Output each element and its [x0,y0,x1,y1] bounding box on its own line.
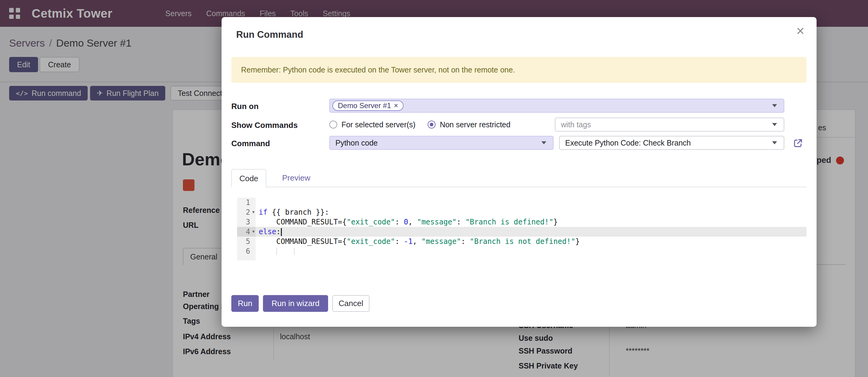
cancel-button[interactable]: Cancel [332,295,370,312]
server-tag[interactable]: Demo Server #1 × [332,100,404,111]
external-link-icon[interactable] [793,138,803,148]
radio-for-selected-servers[interactable] [329,121,337,128]
indent-guide [294,248,294,255]
command-value: Execute Python Code: Check Branch [565,139,691,147]
editor-gutter: 12▾34▾56 [237,198,256,260]
tabs-underline [231,187,807,187]
radio-non-server-restricted[interactable] [428,121,436,128]
code-line[interactable] [256,246,807,256]
command-label: Command [231,139,270,148]
command-select[interactable]: Execute Python Code: Check Branch [559,136,784,150]
server-tag-label: Demo Server #1 [338,102,391,110]
code-token: "exit_code" [347,218,395,226]
chevron-down-icon[interactable] [772,104,777,107]
show-commands-radios: For selected server(s) Non server restri… [329,118,510,132]
command-type-value: Python code [335,139,378,147]
code-token: COMMAND_RESULT={ [259,237,347,246]
indent-guide [276,248,277,255]
code-line[interactable]: COMMAND_RESULT={"exit_code": -1, "messag… [256,237,807,246]
code-token: } [575,237,580,246]
with-tags-placeholder: with tags [561,120,591,129]
run-on-label: Run on [231,102,259,111]
gutter-line-number: 3 [237,217,256,227]
code-token: "Branch is defined!" [465,218,553,226]
show-commands-label: Show Commands [231,121,298,130]
modal-title: Run Command [236,29,303,40]
radio-for-selected-servers-label[interactable]: For selected server(s) [341,120,415,129]
chevron-down-icon[interactable] [541,141,546,144]
code-token: "Branch is not defined!" [470,237,576,246]
run-command-modal: Run Command × Remember: Python code is e… [222,17,816,327]
code-token: "exit_code" [347,237,395,246]
fold-icon[interactable]: ▾ [252,228,255,234]
text-cursor [281,228,282,236]
editor-code-pane[interactable]: if {{ branch }}: COMMAND_RESULT={"exit_c… [256,198,807,260]
code-token: "message" [417,218,457,226]
gutter-line-number: 1 [237,198,256,207]
warning-alert-text: Remember: Python code is executed on the… [241,65,515,74]
with-tags-select[interactable]: with tags [555,118,784,132]
run-on-field[interactable]: Demo Server #1 × [329,99,784,113]
code-line[interactable] [256,198,807,207]
code-token: else [259,228,276,236]
code-line[interactable]: COMMAND_RESULT={"exit_code": 0, "message… [256,217,807,227]
code-token: : [461,237,470,246]
chevron-down-icon[interactable] [772,123,777,126]
tab-code[interactable]: Code [231,169,266,187]
warning-alert: Remember: Python code is executed on the… [231,57,807,83]
code-token: 0 [404,218,408,226]
code-token: COMMAND_RESULT={ [259,218,347,226]
code-token: "message" [422,237,461,246]
gutter-line-number: 5 [237,237,256,246]
code-token: } [553,218,558,226]
command-type-select[interactable]: Python code [329,136,554,150]
code-editor[interactable]: 12▾34▾56 if {{ branch }}: COMMAND_RESULT… [237,198,807,260]
radio-non-server-restricted-label[interactable]: Non server restricted [440,120,510,129]
code-token: {{ branch }}: [268,208,329,216]
run-in-wizard-button[interactable]: Run in wizard [263,295,328,312]
code-token: , [413,237,422,246]
close-icon[interactable]: × [796,24,804,38]
code-token: : [395,218,404,226]
fold-icon[interactable]: ▾ [252,209,255,215]
gutter-line-number: 2▾ [237,207,256,217]
code-token: : [276,228,281,236]
code-line[interactable]: if {{ branch }}: [256,207,807,217]
tag-remove-icon[interactable]: × [394,102,398,110]
code-token: : [395,237,404,246]
gutter-line-number: 6 [237,246,256,256]
code-token: -1 [404,237,413,246]
code-token: if [259,208,268,216]
chevron-down-icon[interactable] [772,141,777,144]
code-token: : [457,218,465,226]
run-button[interactable]: Run [231,295,259,312]
code-token: , [408,218,417,226]
gutter-line-number: 4▾ [237,227,256,237]
code-line[interactable]: else: [256,227,807,237]
tab-preview[interactable]: Preview [274,169,319,187]
